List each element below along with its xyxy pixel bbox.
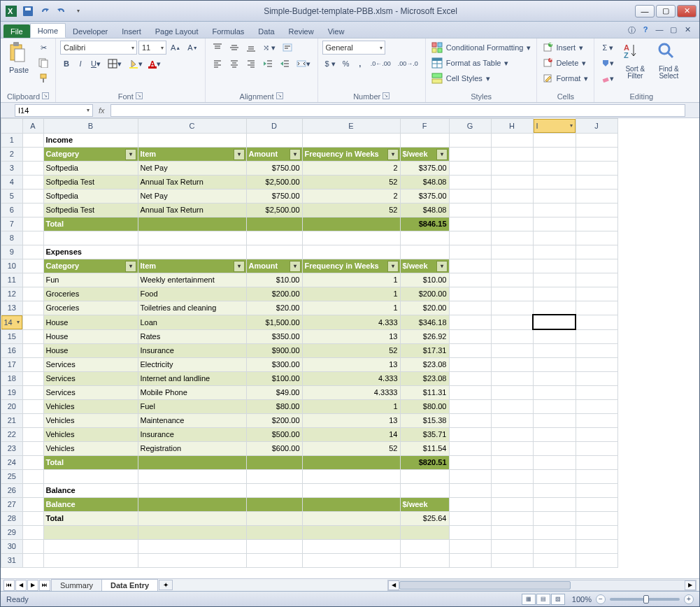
- cell[interactable]: [491, 511, 533, 525]
- cell[interactable]: Weekly entertainment: [138, 273, 246, 287]
- zoom-handle[interactable]: [643, 595, 649, 604]
- cell[interactable]: [449, 343, 491, 357]
- cell[interactable]: [302, 483, 400, 497]
- dialog-launcher-icon[interactable]: ↘: [42, 92, 49, 99]
- align-right-button[interactable]: [243, 57, 259, 71]
- cell[interactable]: [22, 469, 43, 483]
- cell[interactable]: $200.00: [246, 287, 302, 301]
- cell[interactable]: 52: [302, 175, 400, 189]
- cell[interactable]: [22, 511, 43, 525]
- qat-dropdown-icon[interactable]: ▾: [71, 3, 86, 19]
- column-header[interactable]: I: [534, 119, 576, 133]
- cell[interactable]: [449, 217, 491, 231]
- sort-filter-button[interactable]: AZ Sort & Filter: [620, 41, 650, 80]
- cell[interactable]: [533, 231, 576, 245]
- cell[interactable]: [302, 553, 400, 567]
- cell[interactable]: [449, 133, 491, 147]
- cell[interactable]: [22, 217, 43, 231]
- cell[interactable]: Category: [43, 259, 138, 273]
- cell[interactable]: [449, 147, 491, 161]
- cell[interactable]: [533, 455, 576, 469]
- cell[interactable]: Net Pay: [138, 189, 246, 203]
- close-button[interactable]: ✕: [677, 5, 697, 17]
- cell[interactable]: 52: [302, 343, 400, 357]
- cell[interactable]: [576, 371, 617, 385]
- cell[interactable]: Total: [43, 217, 138, 231]
- cell[interactable]: [138, 133, 246, 147]
- cell[interactable]: [533, 385, 576, 399]
- cell[interactable]: 4.333: [302, 371, 400, 385]
- cell[interactable]: House: [43, 343, 138, 357]
- column-header[interactable]: G: [449, 119, 491, 134]
- column-header[interactable]: C: [138, 119, 246, 134]
- first-sheet-button[interactable]: ⏮: [3, 580, 15, 591]
- cell[interactable]: [449, 427, 491, 441]
- cell[interactable]: [138, 525, 246, 539]
- cell[interactable]: [22, 539, 43, 553]
- cell[interactable]: [246, 511, 302, 525]
- cell[interactable]: [533, 399, 576, 413]
- cell[interactable]: [400, 245, 449, 259]
- cell[interactable]: Softpedia: [43, 189, 138, 203]
- page-break-view-button[interactable]: ▧: [551, 594, 565, 605]
- prev-sheet-button[interactable]: ◀: [15, 580, 27, 591]
- column-header[interactable]: F: [400, 119, 449, 134]
- cell[interactable]: [22, 133, 43, 147]
- cell[interactable]: $/week: [400, 259, 449, 273]
- cell[interactable]: Services: [43, 385, 138, 399]
- cell[interactable]: Frequency in Weeks: [302, 259, 400, 273]
- cell[interactable]: [491, 497, 533, 511]
- copy-button[interactable]: [36, 56, 51, 70]
- zoom-level[interactable]: 100%: [572, 595, 592, 604]
- cell[interactable]: [533, 273, 576, 287]
- increase-font-button[interactable]: A▲: [168, 41, 183, 55]
- fx-icon[interactable]: fx: [99, 106, 105, 115]
- tab-page-layout[interactable]: Page Layout: [148, 24, 206, 38]
- cell[interactable]: [491, 553, 533, 567]
- bold-button[interactable]: B: [60, 57, 73, 71]
- cell[interactable]: [246, 217, 302, 231]
- cell[interactable]: 4.333: [302, 315, 400, 329]
- cell[interactable]: [400, 539, 449, 553]
- fill-color-button[interactable]: ▾: [126, 57, 145, 71]
- cell[interactable]: [302, 497, 400, 511]
- cell[interactable]: [246, 133, 302, 147]
- cell[interactable]: [22, 497, 43, 511]
- cell[interactable]: Fuel: [138, 399, 246, 413]
- horizontal-scrollbar[interactable]: ◀ ▶: [387, 580, 697, 591]
- name-box[interactable]: I14: [15, 104, 93, 117]
- cell[interactable]: [302, 525, 400, 539]
- cell[interactable]: [43, 469, 138, 483]
- column-header[interactable]: A: [22, 119, 43, 134]
- format-cells-button[interactable]: Format ▾: [541, 71, 590, 85]
- cell[interactable]: 13: [302, 357, 400, 371]
- cell[interactable]: [491, 483, 533, 497]
- tab-formulas[interactable]: Formulas: [206, 24, 252, 38]
- wrap-text-button[interactable]: [280, 41, 295, 55]
- cell[interactable]: [449, 399, 491, 413]
- cell[interactable]: $350.00: [246, 329, 302, 343]
- cell[interactable]: [302, 133, 400, 147]
- cell[interactable]: [449, 497, 491, 511]
- cell[interactable]: [576, 133, 617, 147]
- cell[interactable]: [576, 385, 617, 399]
- cell[interactable]: [449, 525, 491, 539]
- cell[interactable]: [576, 469, 617, 483]
- cell[interactable]: House: [43, 329, 138, 343]
- tab-developer[interactable]: Developer: [66, 24, 115, 38]
- cell[interactable]: [449, 231, 491, 245]
- cell[interactable]: Vehicles: [43, 413, 138, 427]
- cell[interactable]: [246, 231, 302, 245]
- cell[interactable]: [533, 147, 576, 161]
- cell[interactable]: [449, 287, 491, 301]
- cell[interactable]: [449, 315, 491, 329]
- cell[interactable]: [491, 231, 533, 245]
- cell[interactable]: $/week: [400, 147, 449, 161]
- cell[interactable]: [576, 497, 617, 511]
- cell[interactable]: Annual Tax Return: [138, 175, 246, 189]
- cell[interactable]: [22, 455, 43, 469]
- zoom-slider[interactable]: [610, 598, 680, 601]
- next-sheet-button[interactable]: ▶: [27, 580, 38, 591]
- cell[interactable]: [576, 161, 617, 175]
- tab-review[interactable]: Review: [282, 24, 321, 38]
